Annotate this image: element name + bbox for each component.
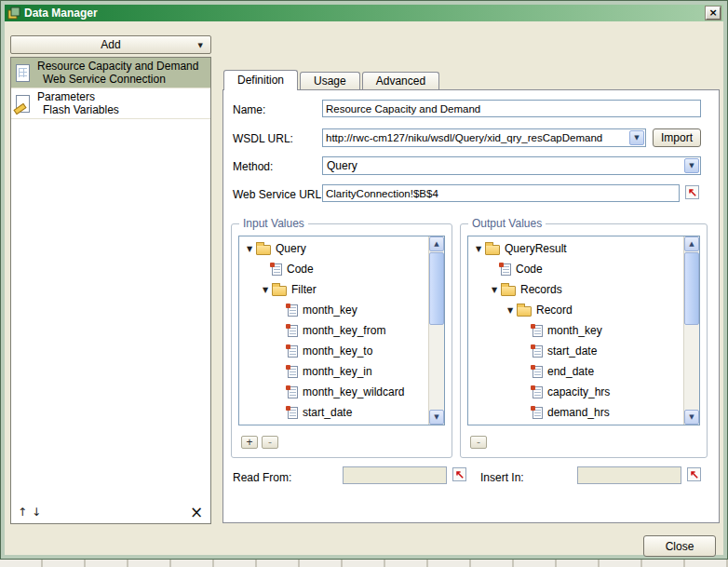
tree-item-label: month_key_to	[303, 344, 372, 358]
tree-item-label: QueryResult	[505, 242, 567, 255]
field-icon	[288, 325, 298, 337]
move-down-button[interactable]: ↓	[30, 506, 43, 520]
tree-item-Record[interactable]: ▼Record	[468, 300, 683, 320]
field-icon	[288, 386, 298, 398]
import-button[interactable]: Import	[653, 128, 701, 147]
definition-tab-panel: Name: WSDL URL: ▼ Import Method: Query ▼…	[222, 89, 720, 523]
move-up-button[interactable]: ↑	[16, 506, 29, 520]
data-source-item[interactable]: ParametersFlash Variables	[11, 88, 210, 119]
read-from-input[interactable]	[343, 466, 447, 484]
delete-item-button[interactable]: ×	[189, 506, 204, 520]
tree-item-month_key_to[interactable]: month_key_to	[239, 341, 428, 361]
field-icon	[533, 345, 543, 358]
collapse-arrow-icon[interactable]: ▼	[488, 286, 501, 294]
field-icon	[272, 263, 282, 276]
tree-item-label: Record	[536, 304, 573, 317]
folder-icon	[256, 245, 271, 255]
tree-item-start_date[interactable]: start_date	[239, 402, 428, 423]
input-values-title: Input Values	[239, 217, 308, 230]
close-button[interactable]: Close	[643, 535, 716, 557]
scroll-down-icon[interactable]: ▼	[684, 410, 699, 425]
remove-input-value-button[interactable]: -	[262, 436, 278, 449]
tree-item-label: Filter	[291, 283, 317, 296]
method-label: Method:	[233, 160, 273, 173]
collapse-arrow-icon[interactable]: ▼	[504, 306, 517, 315]
tree-item-Records[interactable]: ▼Records	[468, 279, 683, 300]
tab-advanced[interactable]: Advanced	[362, 72, 439, 89]
name-input[interactable]	[322, 100, 701, 117]
add-button[interactable]: Add ▼	[10, 35, 211, 54]
tree-item-label: month_key_from	[303, 324, 385, 337]
input-tree-scrollbar[interactable]: ▲ ▼	[428, 236, 444, 425]
tree-item-QueryResult[interactable]: ▼QueryResult	[468, 238, 683, 259]
data-source-subtitle: Web Service Connection	[37, 73, 198, 86]
data-source-subtitle: Flash Variables	[37, 103, 119, 116]
tree-item-Code[interactable]: Code	[468, 259, 683, 279]
tree-item-month_key_from[interactable]: month_key_from	[239, 320, 428, 341]
web-service-url-cell-picker-icon[interactable]	[685, 185, 699, 199]
scrollbar-thumb[interactable]	[429, 252, 444, 325]
tree-item-label: month_key_wildcard	[303, 385, 404, 398]
scrollbar-thumb[interactable]	[684, 252, 699, 325]
tree-item-label: Query	[276, 242, 306, 255]
remove-output-value-button[interactable]: -	[470, 436, 487, 449]
collapse-arrow-icon[interactable]: ▼	[472, 245, 485, 253]
scroll-down-icon[interactable]: ▼	[429, 410, 444, 425]
data-source-text: Resource Capacity and DemandWeb Service …	[37, 60, 198, 86]
collapse-arrow-icon[interactable]: ▼	[259, 286, 272, 294]
method-select[interactable]: Query ▼	[322, 156, 701, 175]
tree-item-Code[interactable]: Code	[239, 259, 428, 279]
tree-item-Filter[interactable]: ▼Filter	[239, 279, 428, 300]
tree-item-capacity_hrs[interactable]: capacity_hrs	[468, 382, 683, 402]
scroll-up-icon[interactable]: ▲	[684, 236, 699, 251]
tab-bar: DefinitionUsageAdvanced	[223, 69, 439, 89]
method-dropdown-arrow-icon[interactable]: ▼	[684, 158, 699, 173]
read-from-label: Read From:	[233, 471, 291, 484]
wsdl-url-input[interactable]	[323, 129, 628, 146]
app-icon	[7, 7, 20, 20]
insert-in-cell-picker-icon[interactable]	[687, 467, 701, 481]
field-icon	[533, 366, 543, 378]
tree-item-end_date[interactable]: end_date	[468, 361, 683, 382]
field-icon	[288, 366, 298, 378]
tree-item-month_key_wildcard[interactable]: month_key_wildcard	[239, 382, 428, 402]
scroll-up-icon[interactable]: ▲	[429, 236, 444, 251]
folder-icon	[485, 245, 500, 255]
insert-in-input[interactable]	[577, 466, 681, 484]
output-tree-scrollbar[interactable]: ▲ ▼	[683, 236, 699, 425]
tree-item-Query[interactable]: ▼Query	[239, 238, 428, 259]
tree-item-demand_hrs[interactable]: demand_hrs	[468, 402, 683, 423]
tree-item-label: month_key	[303, 304, 357, 317]
tree-item-label: demand_hrs	[547, 406, 610, 419]
titlebar[interactable]: Data Manager ×	[5, 5, 723, 21]
tree-item-start_date[interactable]: start_date	[468, 341, 683, 361]
tree-item-month_key_in[interactable]: month_key_in	[239, 361, 428, 382]
insert-in-label: Insert In:	[480, 471, 524, 484]
tab-usage[interactable]: Usage	[300, 72, 360, 89]
output-values-tree: ▼QueryResultCode▼Records▼Recordmonth_key…	[467, 236, 700, 425]
web-service-url-input[interactable]	[322, 184, 680, 202]
tab-definition[interactable]: Definition	[223, 70, 298, 90]
window-close-button[interactable]: ×	[706, 7, 721, 20]
add-button-label: Add	[101, 38, 120, 51]
wsdl-url-label: WSDL URL:	[233, 132, 293, 145]
collapse-arrow-icon[interactable]: ▼	[243, 245, 256, 253]
method-selected-value: Query	[327, 159, 357, 173]
tree-item-month_key[interactable]: month_key	[239, 300, 428, 320]
field-icon	[533, 407, 543, 419]
tree-item-label: capacity_hrs	[547, 385, 610, 398]
data-source-text: ParametersFlash Variables	[37, 90, 119, 116]
read-from-cell-picker-icon[interactable]	[452, 467, 466, 481]
tree-item-label: start_date	[547, 344, 597, 358]
field-icon	[288, 407, 298, 419]
data-source-title: Resource Capacity and Demand	[37, 60, 198, 73]
wsdl-dropdown-arrow-icon[interactable]: ▼	[629, 130, 644, 145]
field-icon	[288, 345, 298, 358]
input-values-group: Input Values ▼QueryCode▼Filtermonth_keym…	[231, 223, 452, 458]
tree-item-month_key[interactable]: month_key	[468, 320, 683, 341]
data-source-item[interactable]: Resource Capacity and DemandWeb Service …	[11, 58, 210, 88]
add-input-value-button[interactable]: +	[241, 436, 258, 449]
wsdl-url-combobox[interactable]: ▼	[322, 128, 646, 147]
field-icon	[288, 304, 298, 317]
field-icon	[533, 325, 543, 337]
